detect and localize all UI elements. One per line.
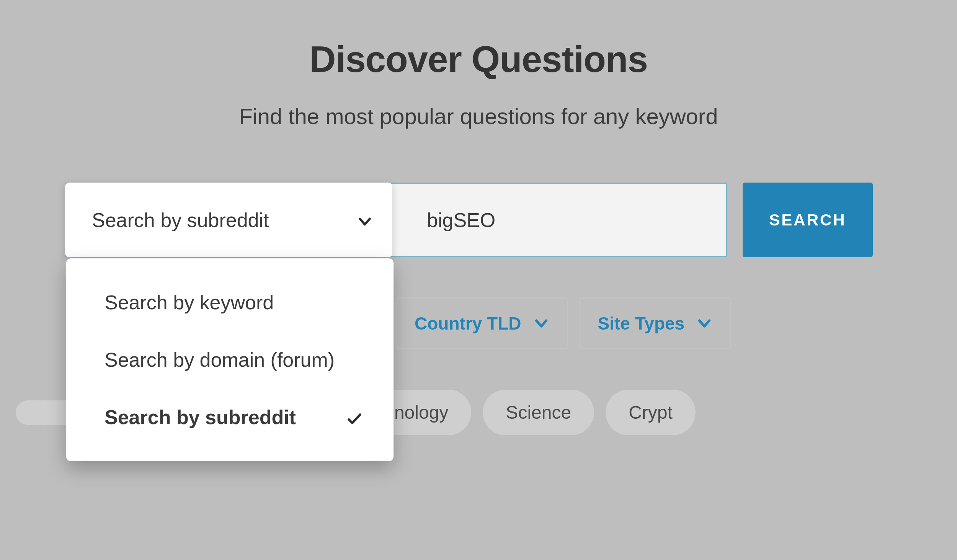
chevron-down-icon: [356, 212, 373, 229]
search-input[interactable]: [392, 184, 726, 256]
dropdown-item-label: Search by domain (forum): [105, 348, 335, 371]
search-button[interactable]: SEARCH: [743, 183, 873, 257]
search-type-dropdown-panel: Search by keyword Search by domain (foru…: [66, 258, 394, 461]
filter-label: Country TLD: [415, 313, 521, 334]
chevron-down-icon: [533, 315, 550, 332]
dropdown-item-label: Search by subreddit: [105, 406, 296, 429]
filter-country-tld[interactable]: Country TLD: [396, 297, 568, 349]
page-container: Discover Questions Find the most popular…: [0, 0, 957, 349]
example-chip-science[interactable]: Science: [483, 390, 594, 435]
page-subtitle: Find the most popular questions for any …: [239, 103, 718, 129]
chevron-down-icon: [696, 315, 713, 332]
filter-label: Site Types: [598, 313, 685, 334]
check-icon: [346, 409, 363, 426]
search-group: Search by subreddit Search by keyword Se…: [65, 183, 727, 257]
dropdown-item-domain[interactable]: Search by domain (forum): [66, 331, 394, 389]
filters-row: Country TLD Site Types: [396, 297, 731, 349]
search-type-label: Search by subreddit: [92, 209, 269, 232]
dropdown-item-keyword[interactable]: Search by keyword: [66, 274, 394, 331]
page-title: Discover Questions: [309, 38, 648, 80]
search-type-dropdown[interactable]: Search by subreddit: [65, 183, 392, 257]
example-chip-crypt[interactable]: Crypt: [606, 390, 696, 435]
dropdown-item-label: Search by keyword: [105, 291, 274, 314]
dropdown-item-subreddit[interactable]: Search by subreddit: [66, 389, 394, 446]
filter-site-types[interactable]: Site Types: [580, 297, 732, 349]
search-row: Search by subreddit Search by keyword Se…: [65, 183, 873, 257]
